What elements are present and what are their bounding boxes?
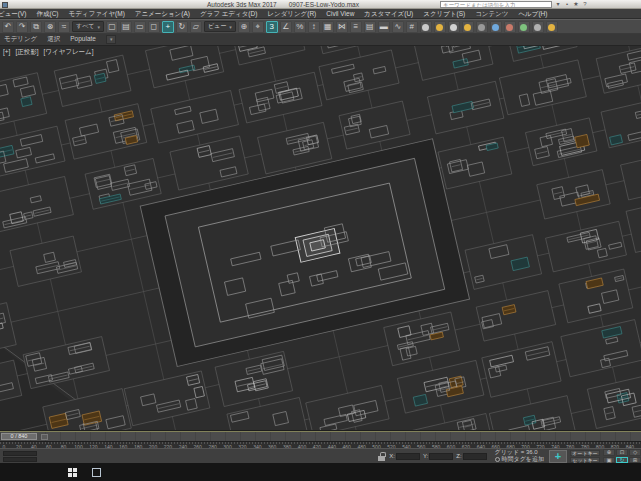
- reference-coordinate-dropdown[interactable]: ビュー▾: [204, 21, 236, 32]
- coordinate-x: X:: [389, 453, 420, 460]
- menu-item[interactable]: グラフ エディタ(D): [195, 9, 262, 18]
- rectangular-selection-region-icon[interactable]: ▭: [134, 21, 146, 33]
- ribbon-toggle-icon[interactable]: ▬: [378, 21, 390, 33]
- select-and-manipulate-icon[interactable]: ⌖: [252, 21, 264, 33]
- zoom-icon[interactable]: ⊕: [603, 449, 615, 456]
- menu-item[interactable]: カスタマイズ(U): [359, 9, 418, 18]
- menu-bar: ビュー(V)作成(C)モディファイヤ(M)アニメーション(A)グラフ エディタ(…: [0, 9, 641, 19]
- auto-key-button[interactable]: オートキー: [570, 450, 600, 456]
- time-tag-text: 時間タグを追加: [502, 456, 544, 463]
- grid-status: グリッド = 36.0 時間タグを追加: [495, 449, 544, 463]
- track-bar[interactable]: 0204060801001201401601802002202402602803…: [0, 441, 641, 448]
- menu-item[interactable]: モディファイヤ(M): [64, 9, 130, 18]
- next-frame-button[interactable]: [41, 434, 48, 440]
- selection-lock-icon[interactable]: [378, 452, 385, 461]
- ribbon-tab-選択[interactable]: 選択: [47, 35, 60, 44]
- render-setup-icon[interactable]: [434, 21, 446, 33]
- ribbon-tab-モデリング[interactable]: モデリング: [4, 35, 37, 44]
- align-icon[interactable]: ≡: [350, 21, 362, 33]
- viewport-wireframe: [0, 46, 641, 431]
- infocenter-icons: ▾•★?: [554, 1, 589, 8]
- listener-macro-line[interactable]: [3, 451, 37, 456]
- ribbon-tab-populate[interactable]: Populate: [70, 35, 96, 44]
- listener-script-line[interactable]: [3, 457, 37, 462]
- selection-filter-dropdown[interactable]: すべて▾: [72, 21, 104, 32]
- 3ds-max-window: Autodesk 3ds Max 2017 0907-ES-Low-Yodo.m…: [0, 0, 641, 481]
- ribbon-tabs: モデリング選択Populate: [4, 35, 96, 44]
- menu-item[interactable]: レンダリング(R): [262, 9, 321, 18]
- mirror-icon[interactable]: ⋈: [336, 21, 348, 33]
- start-button[interactable]: [68, 468, 77, 477]
- window-crossing-icon[interactable]: ◻: [148, 21, 160, 33]
- pan-view-button[interactable]: +: [549, 450, 567, 463]
- rendered-frame-window-icon[interactable]: [448, 21, 460, 33]
- viewport-pov-label[interactable]: [正投影]: [15, 48, 38, 57]
- time-slider-handle[interactable]: 0 / 840: [1, 433, 37, 440]
- schematic-view-icon[interactable]: #: [406, 21, 418, 33]
- coordinate-z: Z:: [456, 453, 486, 460]
- maxscript-mini-listener[interactable]: [3, 451, 37, 462]
- select-and-link-icon[interactable]: ⧉: [30, 21, 42, 33]
- select-and-rotate-icon[interactable]: ↻: [176, 21, 188, 33]
- z-input[interactable]: [463, 453, 487, 460]
- menu-item[interactable]: スクリプト(S): [418, 9, 470, 18]
- select-and-scale-icon[interactable]: ▱: [190, 21, 202, 33]
- field-of-view-icon[interactable]: ◇: [629, 449, 641, 456]
- menu-item[interactable]: Civil View: [321, 9, 359, 18]
- app-title: Autodesk 3ds Max 2017: [207, 1, 277, 8]
- menu-item[interactable]: ヘルプ(H): [513, 9, 552, 18]
- search-button-icon[interactable]: •: [563, 1, 571, 8]
- favorites-icon[interactable]: ★: [572, 1, 580, 8]
- undo-icon[interactable]: ↶: [2, 21, 14, 33]
- viewport[interactable]: [+] [正投影] [ワイヤフレーム]: [0, 46, 641, 431]
- percent-snap-icon[interactable]: %: [294, 21, 306, 33]
- app-window-icon[interactable]: [2, 2, 8, 8]
- status-bar: X: Y: Z: グリッド = 36.0 時間タグを追加 + オートキー セット…: [0, 448, 641, 463]
- viewport-menu-label[interactable]: [+]: [3, 48, 10, 57]
- edit-named-selection-icon[interactable]: ▦: [322, 21, 334, 33]
- time-tag[interactable]: 時間タグを追加: [495, 456, 544, 463]
- activeshade-icon[interactable]: [490, 21, 502, 33]
- animation-key-buttons: オートキー セットキー: [570, 450, 600, 463]
- angle-snap-icon[interactable]: ∠: [280, 21, 292, 33]
- menu-item[interactable]: アニメーション(A): [130, 9, 195, 18]
- use-pivot-point-icon[interactable]: ⊕: [238, 21, 250, 33]
- z-label: Z:: [456, 453, 461, 459]
- layer-manager-icon[interactable]: ▤: [364, 21, 376, 33]
- windows-taskbar: [0, 463, 641, 481]
- render-iterative-icon[interactable]: [476, 21, 488, 33]
- snap-toggle-icon[interactable]: 3: [266, 21, 278, 33]
- viewport-shading-label[interactable]: [ワイヤフレーム]: [44, 48, 94, 57]
- material-editor-icon[interactable]: [420, 21, 432, 33]
- y-label: Y:: [423, 453, 428, 459]
- y-input[interactable]: [429, 453, 453, 460]
- curve-editor-icon[interactable]: ∿: [392, 21, 404, 33]
- spinner-snap-icon[interactable]: ↕: [308, 21, 320, 33]
- ribbon-minimize-icon[interactable]: ▾: [106, 35, 117, 44]
- unlink-selection-icon[interactable]: ⊗: [44, 21, 56, 33]
- bind-to-space-warp-icon[interactable]: ≈: [58, 21, 70, 33]
- infocenter-search-input[interactable]: [440, 1, 552, 8]
- menu-item[interactable]: ビュー(V): [0, 9, 31, 18]
- set-key-button[interactable]: セットキー: [570, 457, 600, 463]
- select-object-icon[interactable]: ▢: [106, 21, 118, 33]
- menu-item[interactable]: コンテンツ: [470, 9, 513, 18]
- select-by-name-icon[interactable]: ▤: [120, 21, 132, 33]
- help-icon[interactable]: ?: [581, 1, 589, 8]
- time-slider[interactable]: 0 / 840: [0, 431, 641, 441]
- redo-icon[interactable]: ↷: [16, 21, 28, 33]
- search-history-icon[interactable]: ▾: [554, 1, 562, 8]
- coordinate-y: Y:: [423, 453, 453, 460]
- x-input[interactable]: [396, 453, 420, 460]
- viewport-labels: [+] [正投影] [ワイヤフレーム]: [3, 48, 94, 57]
- render-online-icon[interactable]: [504, 21, 516, 33]
- menu-item[interactable]: 作成(C): [31, 9, 63, 18]
- infocenter: ▾•★?: [440, 1, 589, 8]
- render-presets-icon[interactable]: [532, 21, 544, 33]
- taskbar-app-icon[interactable]: [92, 468, 101, 477]
- lighting-analysis-icon[interactable]: [518, 21, 530, 33]
- render-last-icon[interactable]: [546, 21, 558, 33]
- select-and-move-icon[interactable]: +: [162, 21, 174, 33]
- render-production-icon[interactable]: [462, 21, 474, 33]
- zoom-extents-icon[interactable]: ⊡: [616, 449, 628, 456]
